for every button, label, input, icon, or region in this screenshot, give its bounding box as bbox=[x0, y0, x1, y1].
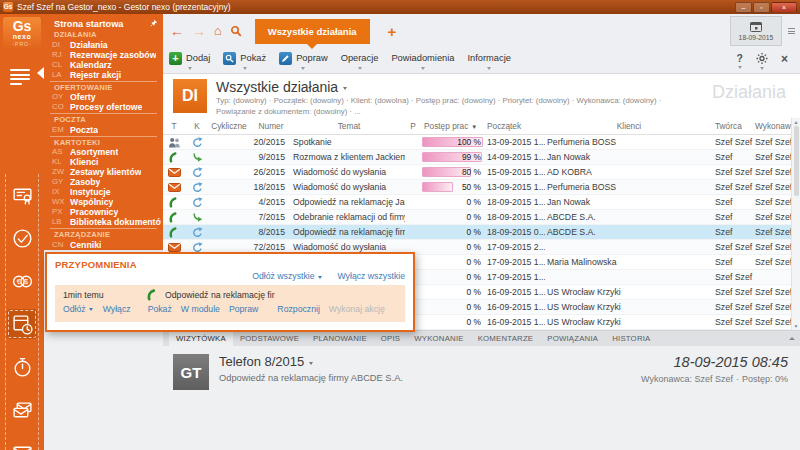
cell-priorytet bbox=[405, 225, 421, 240]
settings-button[interactable] bbox=[756, 52, 768, 70]
tab-powiązania[interactable]: POWIĄZANIA bbox=[540, 331, 605, 346]
collapse-panel-icon[interactable] bbox=[789, 337, 795, 340]
timer-icon[interactable] bbox=[7, 352, 37, 382]
toolbar: +DodajPokażPoprawOperacjePowiadomieniaIn… bbox=[163, 48, 800, 74]
table-row[interactable]: 7/2015Odebranie reklamacji od firmy...0 … bbox=[163, 210, 800, 225]
menu-item-label: Rezerwacje zasobów bbox=[70, 50, 156, 60]
restore-button[interactable]: ▫ bbox=[753, 2, 770, 13]
column-header-temat[interactable]: Temat bbox=[293, 121, 405, 131]
column-header-początek[interactable]: Początek bbox=[485, 121, 545, 131]
scrollbar-thumb[interactable] bbox=[794, 126, 799, 196]
sidebar-item-home[interactable]: Strona startowa bbox=[44, 17, 163, 30]
column-header-postęp-prac[interactable]: Postęp prac▼ bbox=[421, 121, 485, 131]
table-row[interactable]: 8/2015Odpowiedź na reklamację firm...0 %… bbox=[163, 225, 800, 240]
forward-icon[interactable]: → bbox=[192, 24, 206, 38]
cell-tworca: Szef bbox=[713, 225, 753, 240]
help-button[interactable]: ? bbox=[737, 52, 743, 69]
overflow-menu-icon[interactable] bbox=[788, 27, 795, 36]
sidebar-item-em[interactable]: EMPoczta bbox=[44, 125, 163, 135]
scroll-down-icon[interactable]: ▼ bbox=[792, 323, 800, 329]
column-header-t[interactable]: T bbox=[163, 121, 185, 131]
sidebar-item-oy[interactable]: OYOferty bbox=[44, 92, 163, 102]
search-icon[interactable] bbox=[230, 25, 242, 37]
postpone-all-link[interactable]: Odłóż wszystkie bbox=[252, 271, 321, 282]
toolbar-button-dodaj[interactable]: +Dodaj bbox=[169, 51, 210, 70]
table-row[interactable]: 9/2015Rozmowa z klientem Jackiem...99 %1… bbox=[163, 150, 800, 165]
license-icon[interactable] bbox=[7, 180, 37, 210]
reminder-action-postpone[interactable]: Odłóż bbox=[63, 304, 93, 314]
sidebar-item-zw[interactable]: ZWZestawy klientów bbox=[44, 167, 163, 177]
home-icon[interactable]: ⌂ bbox=[214, 24, 222, 38]
content-header: DI Wszystkie działania Typ: (dowolny) · … bbox=[163, 74, 800, 118]
vertical-scrollbar[interactable]: ▲ ▼ bbox=[791, 118, 800, 330]
chevron-down-icon bbox=[318, 276, 322, 279]
filter-summary-line2[interactable]: Powiązanie z dokumentem: (dowolny) · ... bbox=[216, 107, 661, 117]
sidebar-item-cl[interactable]: CLKalendarz bbox=[44, 60, 163, 70]
column-header-twórca[interactable]: Twórca bbox=[713, 121, 753, 131]
reminder-action-show[interactable]: Pokaż bbox=[148, 304, 172, 314]
reminder-action-disable[interactable]: Wyłącz bbox=[103, 304, 131, 314]
tab-opis[interactable]: OPIS bbox=[374, 331, 407, 346]
page-title[interactable]: Wszystkie działania bbox=[216, 79, 338, 95]
filter-summary-line1[interactable]: Typ: (dowolny) · Początek: (dowolny) · K… bbox=[216, 96, 661, 106]
column-header-wykonawca[interactable]: Wykonawca bbox=[753, 121, 791, 131]
toolbar-button-pokaż[interactable]: Pokaż bbox=[223, 51, 266, 70]
minimize-button[interactable]: – bbox=[735, 2, 752, 13]
tab-wykonanie[interactable]: WYKONANIE bbox=[407, 331, 470, 346]
mail-icon[interactable] bbox=[7, 438, 37, 450]
column-header-klienci[interactable]: Klienci bbox=[545, 121, 713, 131]
sidebar-item-kl[interactable]: KLKlienci bbox=[44, 157, 163, 167]
mailbox-icon[interactable] bbox=[7, 395, 37, 425]
tab-komentarze[interactable]: KOMENTARZE bbox=[471, 331, 541, 346]
tab-historia[interactable]: HISTORIA bbox=[605, 331, 657, 346]
tasks-icon[interactable] bbox=[7, 223, 37, 253]
reminder-action-edit[interactable]: Popraw bbox=[229, 304, 258, 314]
close-view-icon[interactable]: × bbox=[781, 52, 788, 66]
table-row[interactable]: 26/2015Wiadomość do wysłania80 %15-09-20… bbox=[163, 165, 800, 180]
tab-wszystkie-dzialania[interactable]: Wszystkie działania bbox=[255, 19, 370, 44]
sidebar-item-co[interactable]: COProcesy ofertowe bbox=[44, 102, 163, 112]
table-header-row: TKCykliczneNumerTematPPostęp prac▼Począt… bbox=[163, 118, 800, 135]
tab-planowanie[interactable]: PLANOWANIE bbox=[306, 331, 374, 346]
table-row[interactable]: 18/2015Wiadomość do wysłania50 %13-09-20… bbox=[163, 180, 800, 195]
planner-icon[interactable] bbox=[7, 309, 37, 339]
back-icon[interactable]: ← bbox=[170, 24, 184, 38]
column-header-numer[interactable]: Numer bbox=[249, 121, 293, 131]
toolbar-button-powiadomienia[interactable]: Powiadomienia bbox=[391, 51, 454, 70]
finances-icon[interactable]: €$ bbox=[7, 266, 37, 296]
table-row[interactable]: 4/2015Odpowiedź na reklamację Jana...0 %… bbox=[163, 195, 800, 210]
column-header-cykliczne[interactable]: Cykliczne bbox=[209, 121, 249, 131]
cell-postep: 0 % bbox=[421, 285, 485, 300]
sidebar-item-di[interactable]: DIDziałania bbox=[44, 40, 163, 50]
new-tab-button[interactable]: + bbox=[388, 24, 397, 39]
sidebar-item-gy[interactable]: GYZasoby bbox=[44, 177, 163, 187]
sidebar-item-as[interactable]: ASAsortyment bbox=[44, 147, 163, 157]
pin-icon[interactable] bbox=[150, 19, 158, 27]
sidebar-item-cn[interactable]: CNCenniki bbox=[44, 240, 163, 250]
sidebar-item-lb[interactable]: LBBiblioteka dokumentów bbox=[44, 217, 163, 227]
chevron-down-icon[interactable] bbox=[309, 362, 313, 365]
scroll-up-icon[interactable]: ▲ bbox=[792, 119, 800, 125]
sidebar-item-px[interactable]: PXPracownicy bbox=[44, 207, 163, 217]
menu-toggle-icon[interactable] bbox=[10, 69, 30, 87]
cell-cykliczne bbox=[209, 135, 249, 150]
tab-podstawowe[interactable]: PODSTAWOWE bbox=[233, 331, 306, 346]
sidebar-item-wx[interactable]: WXWspólnicy bbox=[44, 197, 163, 207]
reminder-action-in-module[interactable]: W module bbox=[181, 304, 220, 314]
tab-wizytówka[interactable]: WIZYTÓWKA bbox=[169, 331, 233, 346]
toolbar-button-popraw[interactable]: Popraw bbox=[279, 51, 328, 70]
table-row[interactable]: 20/2015Spotkanie100 %13-09-2015 1...Perf… bbox=[163, 135, 800, 150]
chevron-down-icon[interactable] bbox=[343, 87, 347, 90]
close-window-button[interactable]: × bbox=[771, 2, 797, 13]
toolbar-button-operacje[interactable]: Operacje bbox=[341, 51, 379, 70]
date-widget[interactable]: 18-09-2015 bbox=[730, 16, 782, 46]
disable-all-link[interactable]: Wyłącz wszystkie bbox=[338, 271, 406, 282]
sidebar-item-la[interactable]: LARejestr akcji bbox=[44, 70, 163, 80]
detail-title[interactable]: Telefon 8/2015 bbox=[219, 354, 304, 370]
toolbar-button-informacje[interactable]: Informacje bbox=[467, 51, 510, 70]
sidebar-item-rj[interactable]: RJRezerwacje zasobów bbox=[44, 50, 163, 60]
sidebar-item-ix[interactable]: IXInstytucje bbox=[44, 187, 163, 197]
column-header-p[interactable]: P bbox=[405, 121, 421, 131]
column-header-k[interactable]: K bbox=[185, 121, 209, 131]
reminder-action-start[interactable]: Rozpocznij bbox=[277, 304, 320, 314]
